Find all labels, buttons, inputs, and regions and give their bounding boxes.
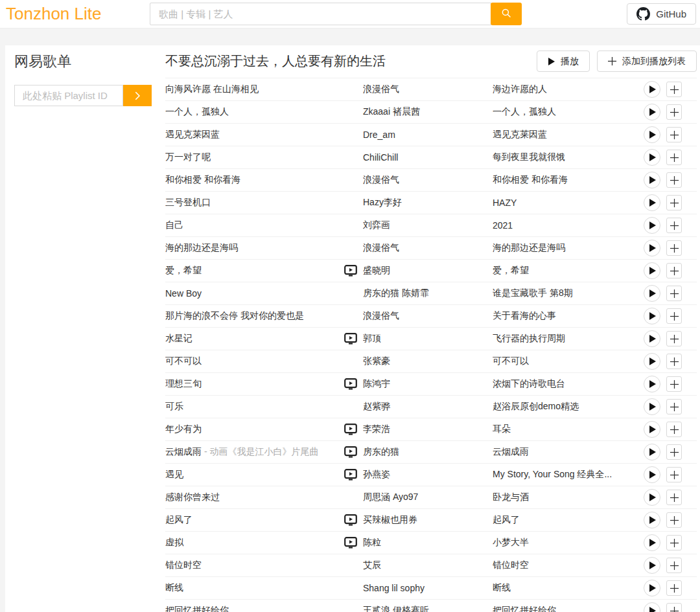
row-play-button[interactable] (644, 240, 660, 256)
song-title: 云烟成雨 - 动画《我是江小白》片尾曲 (165, 446, 344, 458)
row-play-button[interactable] (644, 353, 660, 370)
row-play-button[interactable] (644, 285, 660, 302)
row-play-button[interactable] (644, 262, 660, 279)
row-add-button[interactable] (666, 331, 682, 346)
song-artist: Shang lil sophy (363, 583, 493, 593)
row-play-button[interactable] (644, 489, 660, 506)
song-row: New Boy 房东的猫 陈婧霏 谁是宝藏歌手 第8期 (165, 282, 697, 305)
song-title: 和你相爱 和你看海 (165, 174, 344, 186)
github-button[interactable]: GitHub (627, 3, 696, 25)
row-add-button[interactable] (666, 512, 682, 528)
row-play-button[interactable] (644, 398, 660, 415)
song-album: 飞行器的执行周期 (493, 333, 638, 345)
song-artist: 赵紫骅 (363, 401, 493, 413)
search-input[interactable] (150, 3, 491, 25)
song-album: 谁是宝藏歌手 第8期 (493, 288, 638, 299)
mv-icon[interactable] (344, 537, 357, 549)
mv-icon[interactable] (344, 514, 357, 526)
row-add-button[interactable] (666, 82, 682, 97)
row-play-button[interactable] (644, 194, 660, 211)
song-row: 错位时空 艾辰 错位时空 (165, 554, 697, 577)
row-play-button[interactable] (644, 81, 660, 98)
song-artist: Dre_am (363, 130, 493, 140)
row-play-button[interactable] (644, 602, 660, 612)
song-title: 那片海的浪不会停 我对你的爱也是 (165, 310, 344, 322)
row-play-button[interactable] (644, 444, 660, 460)
song-album: 断线 (493, 582, 638, 594)
app-logo[interactable]: Tonzhon Lite (6, 4, 101, 24)
row-add-button[interactable] (666, 580, 682, 596)
row-play-button[interactable] (644, 421, 660, 438)
song-title: 把回忆拼好给你 (165, 605, 344, 612)
search-icon (500, 7, 512, 21)
row-add-button[interactable] (666, 376, 682, 392)
plus-icon (608, 57, 616, 65)
row-play-button[interactable] (644, 534, 660, 551)
search-button[interactable] (491, 3, 522, 25)
song-title: 理想三旬 (165, 378, 344, 390)
song-album: 云烟成雨 (493, 446, 638, 458)
row-add-button[interactable] (666, 263, 682, 278)
row-add-button[interactable] (666, 422, 682, 437)
add-all-to-queue-button[interactable]: 添加到播放列表 (597, 51, 697, 72)
row-add-button[interactable] (666, 172, 682, 188)
row-play-button[interactable] (644, 308, 660, 324)
song-row: 海的那边还是海吗 浪漫俗气 海的那边还是海吗 (165, 237, 697, 260)
row-add-button[interactable] (666, 444, 682, 460)
mv-icon[interactable] (344, 469, 357, 481)
song-title: 起风了 (165, 514, 344, 526)
mv-icon[interactable] (344, 424, 357, 435)
row-add-button[interactable] (666, 308, 682, 324)
row-play-button[interactable] (644, 557, 660, 574)
mv-icon[interactable] (344, 265, 357, 277)
song-album: 海边许愿的人 (493, 84, 638, 95)
song-album: 起风了 (493, 514, 638, 526)
row-play-button[interactable] (644, 330, 660, 347)
mv-icon[interactable] (344, 378, 357, 390)
song-title: 向海风许愿 在山海相见 (165, 84, 344, 95)
song-row: 年少有为 李荣浩 耳朵 (165, 418, 697, 441)
chevron-right-icon (132, 90, 143, 102)
row-play-button[interactable] (644, 512, 660, 528)
row-play-button[interactable] (644, 376, 660, 392)
song-row: 水星记 郭顶 飞行器的执行周期 (165, 328, 697, 350)
row-play-button[interactable] (644, 580, 660, 596)
row-add-button[interactable] (666, 218, 682, 233)
song-title: 自己 (165, 220, 344, 231)
row-add-button[interactable] (666, 558, 682, 573)
row-add-button[interactable] (666, 535, 682, 550)
row-add-button[interactable] (666, 603, 682, 612)
song-title: 爱，希望 (165, 265, 344, 277)
mv-icon[interactable] (344, 446, 357, 458)
row-add-button[interactable] (666, 286, 682, 301)
row-add-button[interactable] (666, 150, 682, 165)
row-add-button[interactable] (666, 354, 682, 369)
song-artist: 周思涵 Ayo97 (363, 492, 493, 503)
row-add-button[interactable] (666, 399, 682, 414)
row-play-button[interactable] (644, 149, 660, 166)
row-play-button[interactable] (644, 466, 660, 483)
song-row: 理想三旬 陈鸿宇 浓烟下的诗歌电台 (165, 373, 697, 396)
play-all-label: 播放 (561, 56, 579, 67)
playlist-id-form (14, 85, 162, 106)
song-artist: Zkaaai 褚晨茜 (363, 106, 493, 118)
row-play-button[interactable] (644, 126, 660, 143)
row-add-button[interactable] (666, 240, 682, 256)
song-title: 遇见 (165, 469, 344, 481)
row-add-button[interactable] (666, 104, 682, 120)
song-album: 耳朵 (493, 424, 638, 435)
song-row: 那片海的浪不会停 我对你的爱也是 浪漫俗气 关于看海的心事 (165, 305, 697, 328)
playlist-id-submit-button[interactable] (123, 85, 152, 106)
row-add-button[interactable] (666, 467, 682, 482)
row-add-button[interactable] (666, 490, 682, 505)
row-play-button[interactable] (644, 104, 660, 120)
row-play-button[interactable] (644, 217, 660, 234)
row-play-button[interactable] (644, 172, 660, 188)
play-all-button[interactable]: 播放 (537, 51, 590, 72)
row-add-button[interactable] (666, 195, 682, 210)
playlist-id-input[interactable] (14, 85, 123, 106)
song-title: 可乐 (165, 401, 344, 413)
mv-icon[interactable] (344, 333, 357, 345)
row-add-button[interactable] (666, 127, 682, 142)
song-artist: ChiliChill (363, 152, 493, 163)
